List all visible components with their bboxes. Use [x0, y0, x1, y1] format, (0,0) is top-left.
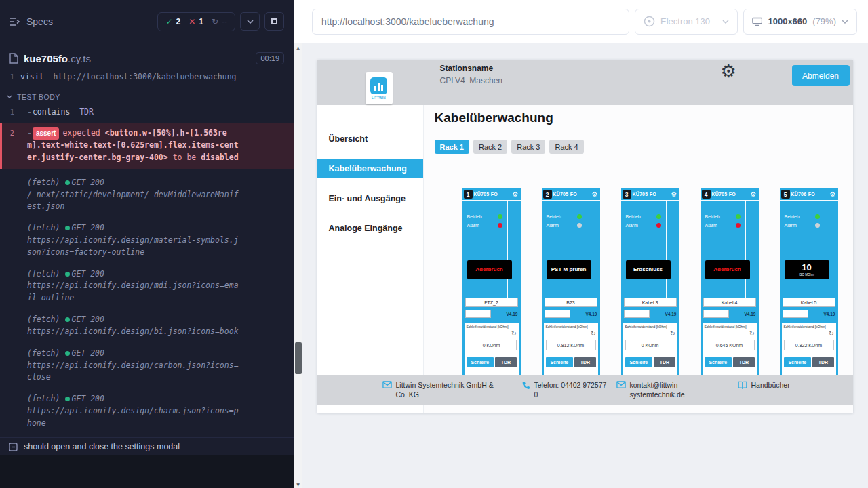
tdr-button[interactable]: TDR: [495, 357, 516, 367]
tab-rack-2[interactable]: Rack 2: [473, 140, 507, 154]
url-input[interactable]: http://localhost:3000/kabelueberwachung: [312, 9, 629, 35]
specs-menu-button[interactable]: Specs: [9, 16, 53, 27]
fetch-log-entry: (fetch)GET 200 https://api.iconify.desig…: [0, 266, 294, 306]
stat-passed: ✓ 2: [165, 17, 180, 26]
command-dash: [27, 128, 33, 138]
cable-name-field[interactable]: Kabel 3: [624, 298, 677, 307]
resistance-value: 0.822 KOhm: [784, 340, 834, 350]
stop-icon: [271, 18, 277, 24]
stat-pending: ↻ --: [212, 17, 227, 26]
scroll-up-button[interactable]: ▲: [294, 43, 302, 52]
refresh-icon[interactable]: ↻: [749, 331, 755, 337]
fetch-status: GET 200: [71, 223, 104, 232]
betrieb-label: Betrieb: [705, 214, 720, 219]
alarm-label: Alarm: [705, 223, 717, 228]
sidebar-item-uebersicht[interactable]: Übersicht: [317, 129, 423, 148]
aut-stage: LITTWIN Stationsname CPLV4_Maschen ⚙ Abm…: [302, 43, 868, 488]
device-card: 5 KÜ706-FO ⚙ Betrieb Alarm: [780, 188, 838, 398]
schleife-button[interactable]: Schleife: [546, 357, 574, 367]
spec-title-row: kue705fo.cy.ts 00:19: [0, 43, 294, 73]
chevron-down-icon: [842, 20, 848, 24]
tdr-button[interactable]: TDR: [574, 357, 595, 367]
divider: [507, 200, 508, 298]
alarm-led: [498, 223, 502, 228]
status-display: Aderbruch: [705, 260, 750, 279]
sidebar-item-analoge-eingaenge[interactable]: Analoge Eingänge: [317, 219, 423, 238]
test-body-section-header[interactable]: TEST BODY: [0, 85, 294, 104]
app-sidebar: Übersicht Kabelüberwachung Ein- und Ausg…: [317, 105, 424, 413]
reporter-bottom-spacer: [0, 455, 294, 488]
viewport-selector[interactable]: 1000x660 (79%): [743, 9, 857, 35]
device-gear-icon[interactable]: ⚙: [671, 191, 677, 198]
line-number: 1: [0, 106, 20, 116]
success-dot-icon: [65, 396, 70, 401]
collapsed-test-row[interactable]: should open and close the settings modal: [0, 437, 294, 455]
schleife-button[interactable]: Schleife: [705, 357, 732, 367]
failed-count: 1: [199, 17, 203, 26]
email-address[interactable]: kontakt@littwin-systemtechnik.de: [630, 380, 691, 399]
device-gear-icon[interactable]: ⚙: [751, 191, 757, 198]
settings-gear-icon[interactable]: ⚙: [721, 61, 736, 81]
command-contains[interactable]: 1 contains TDR: [0, 104, 294, 121]
app-body: Übersicht Kabelüberwachung Ein- und Ausg…: [317, 105, 853, 413]
refresh-icon[interactable]: ↻: [511, 331, 517, 337]
cable-name-field[interactable]: Kabel 5: [783, 298, 835, 307]
fetch-log-entry: (fetch)GET 200 https://api.iconify.desig…: [0, 346, 294, 386]
schleife-button[interactable]: Schleife: [467, 357, 494, 367]
stop-run-button[interactable]: [264, 12, 284, 30]
scroll-down-button[interactable]: ▼: [294, 480, 302, 488]
scrollbar[interactable]: ▲ ▼: [294, 43, 302, 488]
firmware-version: V4.19: [665, 312, 677, 317]
refresh-icon[interactable]: ↻: [591, 331, 596, 337]
device-cards: 1 KÜ705-FO ⚙ Betrieb Alarm: [462, 188, 853, 398]
fetch-status: GET 200: [71, 314, 104, 324]
sidebar-item-kabelueberwachung[interactable]: Kabelüberwachung: [317, 159, 423, 178]
tab-rack-3[interactable]: Rack 3: [511, 140, 545, 154]
tdr-button[interactable]: TDR: [733, 357, 754, 367]
cable-name-field[interactable]: Kabel 4: [703, 298, 756, 307]
fetch-url: /_next/static/development/_devMiddleware…: [27, 189, 241, 214]
scrollbar-thumb[interactable]: [295, 342, 302, 374]
device-gear-icon[interactable]: ⚙: [592, 191, 598, 198]
pending-count: --: [222, 17, 227, 26]
browser-selector[interactable]: Electron 130: [635, 9, 738, 35]
alarm-label: Alarm: [547, 223, 559, 228]
phone-number[interactable]: Telefon: 04402 972577-0: [534, 380, 610, 399]
refresh-icon[interactable]: ↻: [670, 331, 675, 337]
phone-icon: [521, 381, 530, 390]
logout-button[interactable]: Abmelden: [792, 65, 850, 86]
sidebar-item-ein-und-ausgaenge[interactable]: Ein- und Ausgänge: [317, 189, 423, 208]
slot-number-badge: 5: [781, 190, 790, 199]
betrieb-label: Betrieb: [626, 214, 641, 219]
cypress-reporter-panel: Specs ✓ 2 ✕ 1 ↻ --: [0, 0, 294, 488]
tab-rack-4[interactable]: Rack 4: [549, 140, 583, 154]
cable-name-field[interactable]: B23: [545, 298, 597, 307]
fetch-log-entry: (fetch)GET 200 https://api.iconify.desig…: [0, 391, 294, 431]
cable-name-field[interactable]: FTZ_2: [465, 298, 518, 307]
success-dot-icon: [65, 317, 70, 322]
schleife-button[interactable]: Schleife: [625, 357, 653, 367]
chevron-down-icon: [7, 95, 12, 98]
fetch-label: (fetch): [27, 223, 60, 232]
aux-field: [624, 310, 650, 318]
fetch-url: https://api.iconify.design/charm.json?ic…: [27, 405, 241, 430]
tdr-button[interactable]: TDR: [812, 357, 833, 367]
divider: [825, 200, 825, 298]
device-gear-icon[interactable]: ⚙: [830, 191, 836, 198]
tdr-button[interactable]: TDR: [654, 357, 675, 367]
collapse-tests-button[interactable]: [240, 12, 260, 30]
command-visit[interactable]: 1 visit http://localhost:3000/kabelueber…: [0, 73, 294, 85]
manuals-link[interactable]: Handbücher: [751, 380, 790, 390]
status-display: Erdschluss: [626, 260, 671, 279]
footer-company: Littwin Systemtechnik GmbH & Co. KG: [382, 380, 505, 399]
status-text: Aderbruch: [713, 267, 741, 273]
specs-label: Specs: [26, 16, 53, 27]
schleife-button[interactable]: Schleife: [784, 357, 812, 367]
command-assert-failed[interactable]: 2 assertexpected <button.w-[50%].h-[1.56…: [0, 123, 294, 169]
tab-rack-1[interactable]: Rack 1: [435, 140, 469, 154]
stat-failed: ✕ 1: [189, 17, 203, 26]
device-gear-icon[interactable]: ⚙: [513, 191, 519, 198]
refresh-icon[interactable]: ↻: [829, 331, 834, 337]
betrieb-label: Betrieb: [785, 214, 800, 219]
divider: [666, 200, 667, 298]
